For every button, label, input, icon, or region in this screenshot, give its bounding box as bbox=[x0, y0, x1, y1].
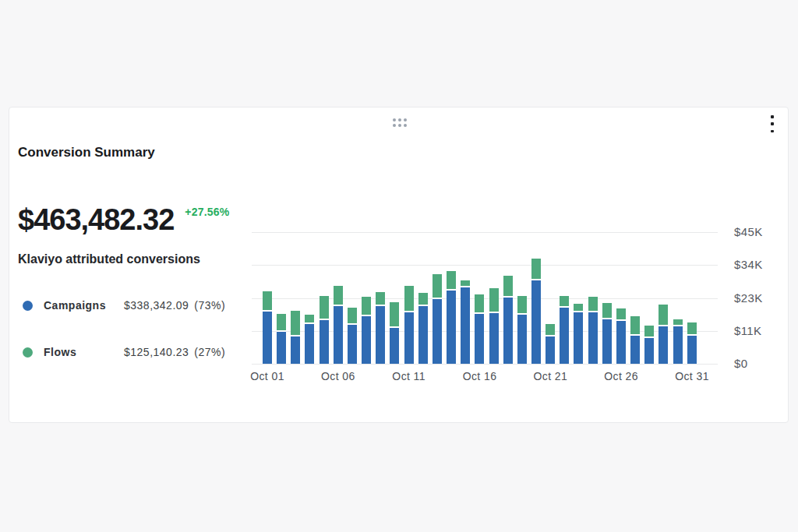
campaigns-segment bbox=[404, 312, 414, 364]
flows-segment bbox=[263, 291, 272, 310]
kebab-menu-icon[interactable] bbox=[766, 114, 779, 134]
bar-oct-13[interactable] bbox=[433, 274, 442, 364]
flows-dot-icon bbox=[23, 347, 33, 358]
bar-oct-02[interactable] bbox=[277, 314, 286, 364]
y-axis-tick-label: $23K bbox=[734, 292, 786, 305]
bar-oct-17[interactable] bbox=[489, 288, 499, 364]
flows-segment bbox=[673, 319, 683, 325]
bar-oct-21[interactable] bbox=[546, 324, 555, 364]
delta-badge: +27.56% bbox=[185, 206, 229, 218]
campaigns-segment bbox=[644, 338, 654, 364]
legend-amount: $338,342.09 bbox=[124, 299, 189, 312]
legend-label: Flows bbox=[44, 346, 124, 358]
campaigns-segment bbox=[291, 336, 300, 364]
flows-segment bbox=[291, 311, 300, 334]
campaigns-segment bbox=[418, 306, 428, 364]
campaigns-segment bbox=[673, 326, 683, 364]
flows-segment bbox=[433, 274, 442, 298]
legend-value: $338,342.09(73%) bbox=[124, 299, 225, 312]
flows-segment bbox=[475, 294, 484, 312]
bar-oct-03[interactable] bbox=[291, 311, 300, 364]
campaigns-segment bbox=[560, 308, 569, 364]
flows-segment bbox=[560, 296, 569, 306]
bar-oct-07[interactable] bbox=[348, 308, 357, 364]
x-axis-tick-label: Oct 16 bbox=[463, 370, 497, 382]
flows-segment bbox=[630, 316, 640, 334]
x-axis-tick-label: Oct 26 bbox=[604, 370, 638, 382]
campaigns-segment bbox=[376, 306, 385, 364]
legend-item-flows: Flows $125,140.23(27%) bbox=[23, 344, 225, 360]
legend-share: (27%) bbox=[194, 346, 225, 358]
campaigns-segment bbox=[390, 328, 399, 364]
bar-oct-01[interactable] bbox=[263, 291, 272, 364]
campaigns-dot-icon bbox=[23, 301, 33, 311]
bar-oct-30[interactable] bbox=[673, 319, 683, 364]
campaigns-segment bbox=[602, 319, 612, 364]
campaigns-segment bbox=[616, 321, 626, 364]
flows-segment bbox=[574, 304, 583, 311]
x-axis-tick-label: Oct 31 bbox=[675, 370, 709, 382]
flows-segment bbox=[517, 296, 527, 312]
bar-oct-26[interactable] bbox=[616, 308, 626, 364]
total-amount-row: $463,482.32 +27.56% bbox=[18, 205, 229, 236]
campaigns-segment bbox=[574, 312, 583, 364]
bar-oct-23[interactable] bbox=[574, 304, 583, 364]
campaigns-segment bbox=[305, 324, 314, 364]
total-amount: $463,482.32 bbox=[18, 205, 174, 236]
campaigns-segment bbox=[447, 291, 456, 364]
bar-oct-22[interactable] bbox=[560, 296, 569, 364]
x-axis-tick-label: Oct 11 bbox=[392, 370, 425, 382]
bar-oct-18[interactable] bbox=[503, 276, 513, 364]
bar-oct-05[interactable] bbox=[320, 296, 329, 364]
flows-segment bbox=[320, 296, 329, 319]
bar-oct-15[interactable] bbox=[461, 280, 470, 364]
campaigns-segment bbox=[687, 336, 697, 364]
bar-oct-20[interactable] bbox=[531, 259, 541, 364]
bar-oct-16[interactable] bbox=[475, 294, 484, 364]
bar-oct-24[interactable] bbox=[588, 297, 598, 364]
gridline bbox=[252, 364, 718, 365]
campaigns-segment bbox=[546, 336, 555, 364]
flows-segment bbox=[447, 271, 456, 289]
flows-segment bbox=[305, 315, 314, 322]
x-axis-tick-label: Oct 06 bbox=[321, 370, 355, 382]
flows-segment bbox=[334, 286, 343, 305]
flows-segment bbox=[362, 297, 371, 315]
campaigns-segment bbox=[263, 312, 272, 364]
flows-segment bbox=[348, 308, 357, 323]
campaigns-segment bbox=[489, 313, 499, 364]
campaigns-segment bbox=[433, 299, 442, 364]
y-axis-tick-label: $11K bbox=[734, 325, 786, 337]
drag-handle-icon[interactable] bbox=[391, 118, 408, 128]
bar-oct-27[interactable] bbox=[630, 316, 640, 364]
x-axis-tick-label: Oct 21 bbox=[534, 370, 568, 382]
flows-segment bbox=[531, 259, 541, 279]
bar-oct-19[interactable] bbox=[517, 296, 527, 364]
bar-oct-10[interactable] bbox=[390, 302, 399, 364]
bar-oct-25[interactable] bbox=[602, 303, 612, 364]
bar-oct-04[interactable] bbox=[305, 315, 314, 364]
bar-oct-11[interactable] bbox=[404, 286, 414, 364]
flows-segment bbox=[461, 280, 470, 286]
conversion-summary-card: Conversion Summary $463,482.32 +27.56% K… bbox=[9, 107, 789, 423]
bar-oct-08[interactable] bbox=[362, 297, 371, 364]
campaigns-segment bbox=[334, 306, 343, 364]
campaigns-segment bbox=[362, 316, 371, 364]
bar-oct-09[interactable] bbox=[376, 292, 385, 364]
flows-segment bbox=[404, 286, 414, 312]
flows-segment bbox=[659, 305, 668, 326]
bar-oct-29[interactable] bbox=[659, 305, 668, 364]
flows-segment bbox=[489, 288, 499, 312]
bar-oct-28[interactable] bbox=[644, 326, 654, 364]
bar-oct-14[interactable] bbox=[447, 271, 456, 364]
campaigns-segment bbox=[503, 298, 513, 364]
flows-segment bbox=[376, 292, 385, 305]
campaigns-segment bbox=[461, 287, 470, 364]
flows-segment bbox=[546, 324, 555, 336]
bar-oct-06[interactable] bbox=[334, 286, 343, 364]
campaigns-segment bbox=[588, 312, 598, 364]
campaigns-segment bbox=[348, 325, 357, 364]
legend-value: $125,140.23(27%) bbox=[124, 346, 225, 358]
bar-oct-12[interactable] bbox=[418, 293, 428, 364]
bar-oct-31[interactable] bbox=[687, 322, 697, 364]
